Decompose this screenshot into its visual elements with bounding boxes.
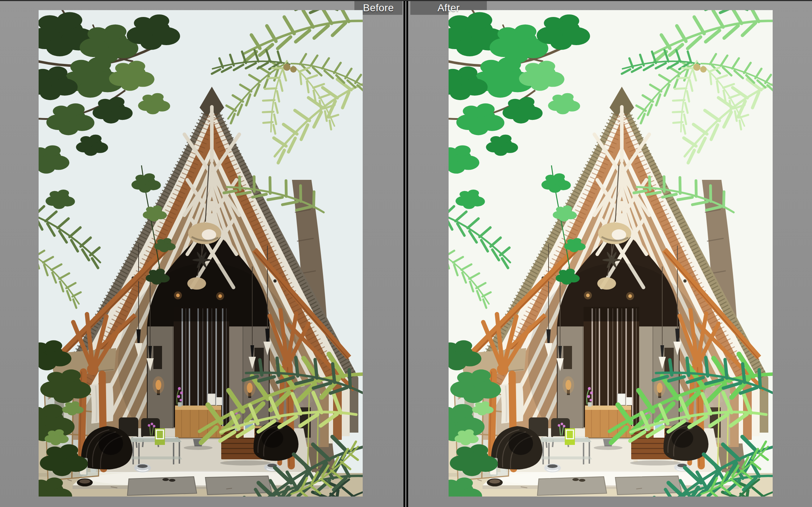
pane-divider [403, 0, 408, 507]
before-photo-image [39, 10, 363, 497]
window-top-edge [0, 0, 812, 1]
compare-view: Before After [0, 0, 812, 507]
after-photo[interactable] [449, 10, 773, 497]
before-photo[interactable] [39, 10, 363, 497]
after-photo-image [449, 10, 773, 497]
